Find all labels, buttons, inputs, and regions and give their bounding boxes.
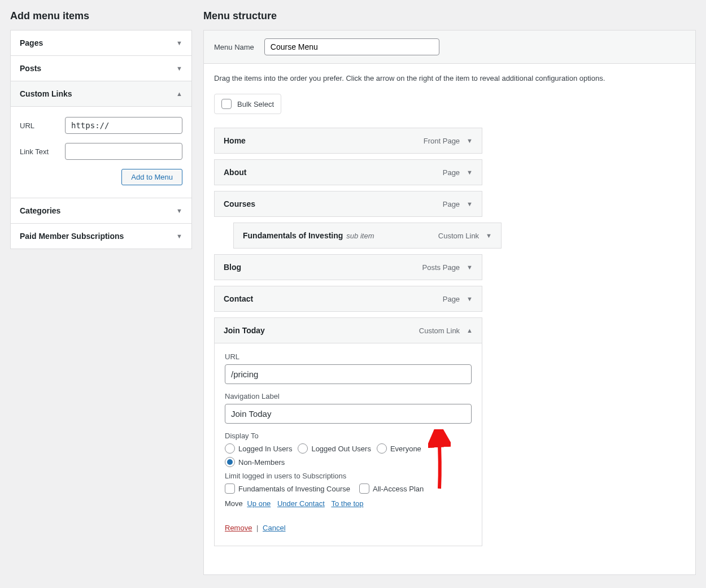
link-text-label: Link Text bbox=[20, 147, 65, 156]
custom-links-body: URL Link Text Add to Menu bbox=[11, 106, 191, 198]
menu-item-title: About bbox=[224, 168, 246, 177]
chevron-down-icon: ▼ bbox=[176, 207, 182, 214]
accordion-label: Paid Member Subscriptions bbox=[20, 232, 124, 241]
sub-item-label: sub item bbox=[346, 232, 374, 240]
checkbox-all-access-plan[interactable]: All-Access Plan bbox=[359, 484, 424, 494]
menu-name-label: Menu Name bbox=[214, 43, 254, 51]
accordion-pages[interactable]: Pages ▼ bbox=[11, 31, 191, 55]
radio-label: Everyone bbox=[390, 445, 421, 453]
menu-item-title: Courses bbox=[224, 199, 255, 208]
menu-item-join-today[interactable]: Join Today Custom Link ▲ URL Navigation … bbox=[214, 317, 482, 546]
chevron-down-icon[interactable]: ▼ bbox=[467, 137, 473, 144]
menu-structure-heading: Menu structure bbox=[203, 10, 696, 22]
checkbox-label: Fundamentals of Investing Course bbox=[238, 485, 350, 493]
accordion-custom-links[interactable]: Custom Links ▲ bbox=[11, 81, 191, 106]
radio-label: Non-Members bbox=[238, 458, 285, 467]
accordion-posts[interactable]: Posts ▼ bbox=[11, 56, 191, 81]
radio-everyone[interactable]: Everyone bbox=[377, 443, 421, 454]
radio-non-members[interactable]: Non-Members bbox=[225, 457, 285, 467]
accordion-label: Posts bbox=[20, 64, 41, 73]
chevron-down-icon: ▼ bbox=[176, 40, 182, 46]
move-under-contact-link[interactable]: Under Contact bbox=[277, 499, 325, 508]
item-url-input[interactable] bbox=[225, 364, 472, 384]
radio-label: Logged Out Users bbox=[311, 445, 371, 453]
accordion-pms[interactable]: Paid Member Subscriptions ▼ bbox=[11, 224, 191, 249]
nav-label-label: Navigation Label bbox=[225, 392, 472, 400]
menu-item-about[interactable]: About Page ▼ bbox=[214, 159, 482, 185]
menu-item-type: Page bbox=[443, 295, 460, 303]
menu-item-title: Home bbox=[224, 136, 246, 145]
chevron-down-icon[interactable]: ▼ bbox=[486, 232, 492, 239]
menu-item-fundamentals[interactable]: Fundamentals of Investing sub item Custo… bbox=[233, 223, 502, 249]
menu-item-type: Page bbox=[443, 168, 460, 177]
move-to-top-link[interactable]: To the top bbox=[331, 499, 363, 508]
nav-label-input[interactable] bbox=[225, 404, 472, 424]
menu-item-title: Fundamentals of Investing bbox=[243, 231, 343, 240]
link-text-input[interactable] bbox=[65, 143, 182, 160]
chevron-down-icon[interactable]: ▼ bbox=[467, 295, 473, 302]
url-label: URL bbox=[20, 121, 65, 130]
instructions-text: Drag the items into the order you prefer… bbox=[214, 74, 685, 82]
menu-item-contact[interactable]: Contact Page ▼ bbox=[214, 286, 482, 312]
menu-item-body: URL Navigation Label Display To Logged I… bbox=[215, 343, 482, 546]
add-items-accordion: Pages ▼ Posts ▼ Custom Links ▲ URL bbox=[10, 30, 192, 249]
menu-name-input[interactable] bbox=[264, 38, 439, 55]
accordion-label: Custom Links bbox=[20, 89, 72, 98]
bulk-select[interactable]: Bulk Select bbox=[214, 94, 281, 114]
menu-structure-panel: Menu Name Drag the items into the order … bbox=[203, 30, 696, 575]
menu-item-courses[interactable]: Courses Page ▼ bbox=[214, 191, 482, 217]
remove-link[interactable]: Remove bbox=[225, 524, 252, 532]
menu-item-type: Posts Page bbox=[422, 263, 460, 272]
chevron-down-icon: ▼ bbox=[176, 233, 182, 239]
chevron-down-icon[interactable]: ▼ bbox=[467, 264, 473, 271]
menu-item-title: Blog bbox=[224, 263, 241, 272]
menu-item-type: Page bbox=[443, 200, 460, 208]
checkbox-fundamentals-course[interactable]: Fundamentals of Investing Course bbox=[225, 484, 350, 494]
menu-item-type: Front Page bbox=[424, 137, 460, 145]
accordion-categories[interactable]: Categories ▼ bbox=[11, 198, 191, 223]
menu-item-title: Contact bbox=[224, 294, 253, 303]
add-items-heading: Add menu items bbox=[10, 10, 192, 22]
chevron-down-icon[interactable]: ▼ bbox=[467, 201, 473, 207]
bulk-select-checkbox[interactable] bbox=[221, 99, 232, 109]
radio-label: Logged In Users bbox=[238, 445, 292, 453]
limit-subs-label: Limit logged in users to Subscriptions bbox=[225, 472, 472, 480]
chevron-up-icon[interactable]: ▲ bbox=[467, 327, 473, 334]
checkbox-label: All-Access Plan bbox=[373, 485, 424, 493]
menu-item-blog[interactable]: Blog Posts Page ▼ bbox=[214, 254, 482, 280]
menu-item-home[interactable]: Home Front Page ▼ bbox=[214, 128, 482, 154]
chevron-up-icon: ▲ bbox=[176, 90, 182, 97]
cancel-link[interactable]: Cancel bbox=[263, 524, 285, 532]
display-to-label: Display To bbox=[225, 432, 472, 440]
menu-item-title: Join Today bbox=[224, 326, 265, 335]
url-input[interactable] bbox=[65, 117, 182, 134]
radio-logged-out-users[interactable]: Logged Out Users bbox=[298, 443, 371, 454]
menu-item-type: Custom Link bbox=[419, 326, 460, 335]
menu-item-type: Custom Link bbox=[438, 232, 479, 240]
item-url-label: URL bbox=[225, 352, 472, 361]
add-to-menu-button[interactable]: Add to Menu bbox=[121, 169, 182, 185]
radio-logged-in-users[interactable]: Logged In Users bbox=[225, 443, 292, 454]
move-up-one-link[interactable]: Up one bbox=[247, 499, 271, 508]
chevron-down-icon: ▼ bbox=[176, 65, 182, 72]
chevron-down-icon[interactable]: ▼ bbox=[467, 169, 473, 176]
move-label: Move bbox=[225, 499, 243, 508]
accordion-label: Categories bbox=[20, 206, 60, 215]
separator: | bbox=[256, 524, 258, 532]
accordion-label: Pages bbox=[20, 38, 43, 47]
bulk-select-label: Bulk Select bbox=[237, 100, 274, 108]
